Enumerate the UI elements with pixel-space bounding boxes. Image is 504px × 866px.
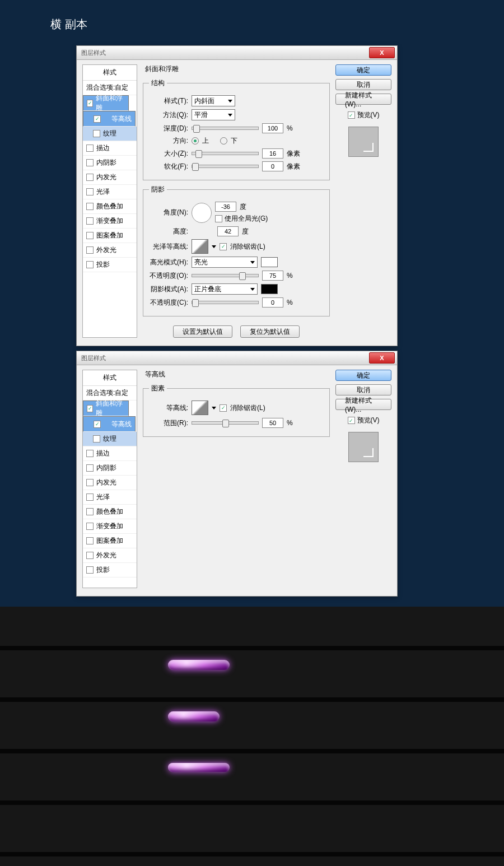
antialias-checkbox[interactable]: ✓ <box>220 243 227 250</box>
highlight-mode-select[interactable]: 亮光 <box>192 257 258 268</box>
shadow-mode-select[interactable]: 正片叠底 <box>192 283 258 295</box>
style-effect-4[interactable]: 内阴影 <box>83 461 137 476</box>
style-effect-3[interactable]: 描边 <box>83 141 137 156</box>
effect-checkbox[interactable] <box>86 246 94 254</box>
style-effect-10[interactable]: 外发光 <box>83 243 137 258</box>
effect-checkbox[interactable] <box>86 523 94 530</box>
angle-control[interactable] <box>192 203 212 223</box>
style-effect-6[interactable]: 光泽 <box>83 490 137 505</box>
effect-checkbox[interactable] <box>93 435 100 443</box>
effect-checkbox[interactable]: ✓ <box>94 115 101 123</box>
effect-checkbox[interactable] <box>86 450 94 457</box>
depth-input[interactable]: 100 <box>262 123 283 133</box>
effect-checkbox[interactable] <box>86 203 94 210</box>
range-input[interactable]: 50 <box>262 418 283 428</box>
effect-checkbox[interactable] <box>86 174 94 181</box>
technique-select[interactable]: 平滑 <box>192 109 235 120</box>
style-effect-10[interactable]: 外发光 <box>83 548 137 563</box>
style-effect-11[interactable]: 投影 <box>83 258 137 272</box>
style-effect-5[interactable]: 内发光 <box>83 170 137 185</box>
effect-checkbox[interactable]: ✓ <box>94 421 101 428</box>
titlebar[interactable]: 图层样式 X <box>77 46 397 60</box>
effect-checkbox[interactable] <box>86 552 94 559</box>
style-effect-1[interactable]: ✓等高线 <box>83 111 136 127</box>
cancel-button[interactable]: 取消 <box>335 79 391 90</box>
style-effect-2[interactable]: 纹理 <box>83 127 137 141</box>
effect-checkbox[interactable] <box>86 493 94 501</box>
close-button[interactable]: X <box>369 47 395 58</box>
effect-checkbox[interactable] <box>86 188 94 195</box>
shadow-mode-label: 阴影模式(A): <box>149 285 188 294</box>
size-input[interactable]: 16 <box>262 148 283 159</box>
new-style-button[interactable]: 新建样式(W)... <box>335 399 391 410</box>
angle-input[interactable]: -36 <box>215 202 236 212</box>
effect-checkbox[interactable] <box>86 479 94 486</box>
effect-label: 光泽 <box>96 492 110 502</box>
effect-checkbox[interactable] <box>86 232 94 239</box>
highlight-opacity-slider[interactable] <box>192 274 259 277</box>
highlight-opacity-label: 不透明度(O): <box>149 271 188 281</box>
style-effect-5[interactable]: 内发光 <box>83 476 137 490</box>
direction-down-radio[interactable] <box>220 137 227 145</box>
effect-checkbox[interactable] <box>86 566 94 574</box>
effect-checkbox[interactable] <box>86 464 94 472</box>
style-effect-3[interactable]: 描边 <box>83 446 137 461</box>
style-effect-7[interactable]: 颜色叠加 <box>83 199 137 214</box>
reset-default-button[interactable]: 复位为默认值 <box>240 325 300 338</box>
effect-label: 外发光 <box>96 551 116 560</box>
style-effect-11[interactable]: 投影 <box>83 563 137 578</box>
effect-checkbox[interactable] <box>93 130 100 137</box>
make-default-button[interactable]: 设置为默认值 <box>173 325 232 338</box>
global-light-checkbox[interactable] <box>215 215 222 222</box>
ok-button[interactable]: 确定 <box>335 370 391 381</box>
style-effect-4[interactable]: 内阴影 <box>83 156 137 170</box>
shadow-opacity-input[interactable]: 0 <box>262 297 283 308</box>
style-effect-0[interactable]: ✓斜面和浮雕 <box>83 95 129 111</box>
effect-checkbox[interactable] <box>86 537 94 544</box>
contour-picker[interactable] <box>192 401 208 415</box>
cancel-button[interactable]: 取消 <box>335 384 391 395</box>
style-effect-0[interactable]: ✓斜面和浮雕 <box>83 401 129 416</box>
effect-checkbox[interactable] <box>86 508 94 515</box>
preview-checkbox[interactable]: ✓ <box>348 111 355 119</box>
titlebar[interactable]: 图层样式 X <box>77 351 397 365</box>
glossy-bar <box>168 660 230 670</box>
effect-checkbox[interactable]: ✓ <box>87 100 93 107</box>
new-style-button[interactable]: 新建样式(W)... <box>335 94 391 105</box>
effect-label: 渐变叠加 <box>96 216 123 226</box>
soften-input[interactable]: 0 <box>262 161 283 171</box>
direction-up-radio[interactable] <box>192 137 199 145</box>
effect-checkbox[interactable] <box>86 261 94 268</box>
close-button[interactable]: X <box>369 352 395 364</box>
style-effect-6[interactable]: 光泽 <box>83 185 137 199</box>
percent-unit: % <box>287 124 293 132</box>
style-effect-7[interactable]: 颜色叠加 <box>83 505 137 519</box>
style-effect-8[interactable]: 渐变叠加 <box>83 214 137 229</box>
effect-checkbox[interactable] <box>86 145 94 152</box>
style-effect-8[interactable]: 渐变叠加 <box>83 519 137 534</box>
effect-checkbox[interactable]: ✓ <box>87 405 93 412</box>
size-slider[interactable] <box>192 152 259 155</box>
highlight-color-swatch[interactable] <box>261 257 278 267</box>
gloss-contour-picker[interactable] <box>192 239 208 254</box>
preview-checkbox[interactable]: ✓ <box>348 417 355 424</box>
soften-slider[interactable] <box>192 165 259 168</box>
shadow-color-swatch[interactable] <box>261 284 278 294</box>
style-effect-1[interactable]: ✓等高线 <box>83 416 136 432</box>
effect-label: 投影 <box>96 565 110 575</box>
effect-checkbox[interactable] <box>86 217 94 225</box>
ok-button[interactable]: 确定 <box>335 64 391 76</box>
highlight-opacity-input[interactable]: 75 <box>262 271 283 281</box>
style-select[interactable]: 内斜面 <box>192 95 235 106</box>
style-effect-9[interactable]: 图案叠加 <box>83 534 137 548</box>
chevron-down-icon[interactable] <box>212 407 216 409</box>
altitude-input[interactable]: 42 <box>217 226 239 236</box>
effect-checkbox[interactable] <box>86 159 94 166</box>
style-effect-9[interactable]: 图案叠加 <box>83 229 137 243</box>
style-effect-2[interactable]: 纹理 <box>83 432 137 446</box>
chevron-down-icon[interactable] <box>212 245 216 248</box>
antialias-checkbox[interactable]: ✓ <box>220 404 227 412</box>
range-slider[interactable] <box>192 421 259 425</box>
shadow-opacity-slider[interactable] <box>192 301 259 304</box>
depth-slider[interactable] <box>192 127 259 130</box>
